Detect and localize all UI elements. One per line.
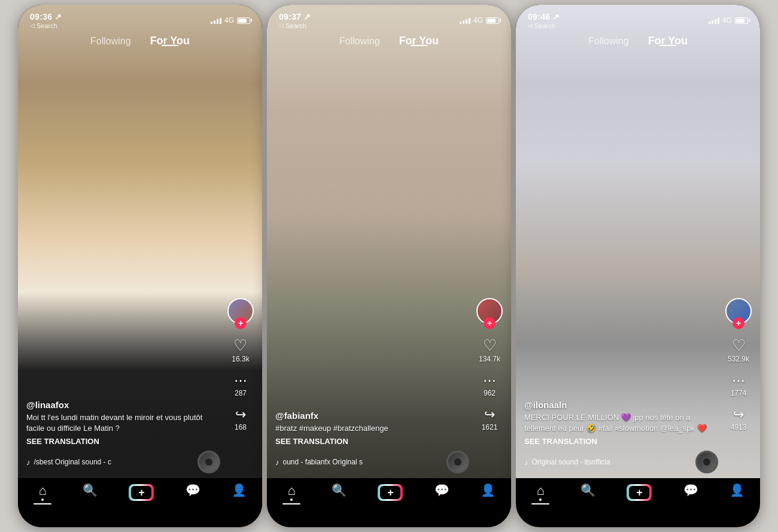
bottom-nav: ⌂ 🔍 + 💬 👤 (18, 478, 262, 527)
music-row: ♪ ound - fabianfx Original s (275, 451, 469, 473)
like-count: 134.7k (479, 355, 500, 363)
status-right: 4G (709, 16, 748, 25)
nav-for-you-wrap: For You (150, 35, 190, 47)
nav-add[interactable]: + (129, 484, 154, 501)
status-left: 09:36 ↗ Search (30, 12, 62, 29)
top-nav: Following For You (267, 31, 511, 51)
follow-plus-button[interactable]: + (235, 317, 247, 329)
music-disc-inner (205, 458, 212, 466)
signal-bar-4 (718, 18, 719, 24)
signal-bars (709, 17, 719, 24)
username[interactable]: @ilonaaln (524, 400, 718, 410)
music-note-icon: ♪ (26, 458, 31, 467)
comment-icon: ⋯ (732, 374, 745, 387)
nav-search[interactable]: 🔍 (83, 484, 98, 496)
nav-search[interactable]: 🔍 (332, 484, 347, 496)
music-text: ound - fabianfx Original s (283, 458, 363, 466)
heart-icon: ♡ (233, 338, 247, 353)
battery-fill (736, 19, 744, 23)
see-translation-button[interactable]: SEE TRANSLATION (26, 437, 220, 446)
nav-inbox[interactable]: 💬 (683, 484, 698, 496)
top-nav: Following For You (516, 31, 760, 51)
bottom-nav: ⌂ 🔍 + 💬 👤 (516, 478, 760, 527)
add-button[interactable]: + (378, 484, 403, 501)
phone-1: 09:36 ↗ Search 4G Following For You (18, 5, 262, 527)
music-text: Original sound - itsofficia (532, 458, 610, 466)
like-count: 532.9k (728, 355, 749, 363)
nav-add[interactable]: + (627, 484, 652, 501)
right-actions: + ♡ 532.9k ⋯ 1774 ↪ 4913 (725, 298, 752, 431)
signal-bars (460, 17, 470, 24)
status-search[interactable]: Search (528, 22, 560, 29)
comment-button[interactable]: ⋯ 1774 (731, 374, 747, 397)
follow-plus-button[interactable]: + (484, 317, 496, 329)
username[interactable]: @fabianfx (275, 411, 469, 421)
status-bar: 09:46 ↗ Search 4G (516, 5, 760, 31)
search-icon: 🔍 (332, 484, 347, 496)
home-underline (34, 503, 51, 504)
nav-profile[interactable]: 👤 (481, 484, 496, 496)
battery-icon (735, 17, 748, 24)
share-button[interactable]: ↪ 4913 (731, 408, 747, 431)
profile-icon: 👤 (232, 484, 247, 496)
nav-profile[interactable]: 👤 (232, 484, 247, 496)
avatar-wrap[interactable]: + (227, 298, 254, 324)
add-button[interactable]: + (627, 484, 652, 501)
share-button[interactable]: ↪ 1621 (482, 408, 498, 431)
status-search[interactable]: Search (279, 22, 311, 29)
like-button[interactable]: ♡ 532.9k (728, 338, 749, 363)
music-disc[interactable] (197, 451, 220, 473)
like-button[interactable]: ♡ 16.3k (232, 338, 249, 363)
avatar-wrap[interactable]: + (476, 298, 503, 324)
add-button[interactable]: + (129, 484, 154, 501)
inbox-icon: 💬 (683, 484, 698, 496)
status-time: 09:46 ↗ (528, 12, 560, 22)
nav-following[interactable]: Following (90, 36, 131, 47)
inbox-icon: 💬 (186, 484, 200, 496)
nav-inbox[interactable]: 💬 (434, 484, 449, 496)
right-actions: + ♡ 16.3k ⋯ 287 ↪ 168 (227, 298, 254, 431)
signal-bar-2 (712, 20, 713, 24)
share-button[interactable]: ↪ 168 (235, 408, 247, 431)
status-right: 4G (211, 16, 250, 25)
nav-following[interactable]: Following (339, 36, 380, 47)
search-icon: 🔍 (581, 484, 595, 496)
share-count: 4913 (731, 423, 747, 431)
status-left: 09:37 ↗ Search (279, 12, 311, 29)
see-translation-button[interactable]: SEE TRANSLATION (524, 437, 718, 446)
caption: #bratz #makeup #bratzchallenge (275, 423, 469, 434)
music-disc[interactable] (695, 451, 718, 473)
nav-profile[interactable]: 👤 (730, 484, 744, 496)
battery-fill (238, 19, 247, 23)
nav-home[interactable]: ⌂ (34, 484, 51, 504)
share-icon: ↪ (733, 408, 744, 421)
nav-indicator (660, 45, 676, 47)
nav-home[interactable]: ⌂ (531, 484, 549, 504)
signal-bar-3 (217, 19, 218, 24)
username[interactable]: @linaafox (26, 400, 220, 410)
music-disc[interactable] (446, 451, 469, 473)
signal-bars (211, 17, 221, 24)
home-underline (531, 503, 549, 504)
like-count: 16.3k (232, 355, 249, 363)
battery-fill (487, 19, 496, 23)
see-translation-button[interactable]: SEE TRANSLATION (275, 437, 469, 446)
nav-search[interactable]: 🔍 (581, 484, 595, 496)
nav-for-you-wrap: For You (648, 35, 688, 47)
nav-inbox[interactable]: 💬 (186, 484, 200, 496)
nav-home[interactable]: ⌂ (282, 484, 300, 504)
like-button[interactable]: ♡ 134.7k (479, 338, 500, 363)
comment-button[interactable]: ⋯ 287 (234, 374, 247, 397)
avatar-wrap[interactable]: + (725, 298, 752, 324)
status-search[interactable]: Search (30, 22, 62, 29)
comment-button[interactable]: ⋯ 962 (483, 374, 496, 397)
nav-following[interactable]: Following (588, 36, 629, 47)
follow-plus-button[interactable]: + (733, 317, 744, 329)
top-nav: Following For You (18, 31, 262, 51)
signal-bar-2 (463, 20, 464, 24)
nav-indicator (411, 45, 427, 47)
signal-bar-1 (211, 22, 212, 24)
home-icon: ⌂ (38, 484, 46, 501)
search-icon: 🔍 (83, 484, 98, 496)
nav-add[interactable]: + (378, 484, 403, 501)
